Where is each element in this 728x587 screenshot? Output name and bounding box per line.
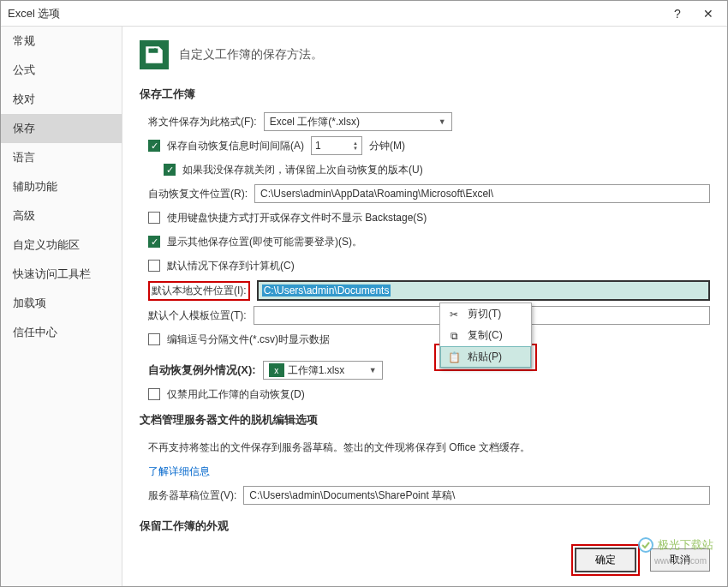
learn-more-link[interactable]: 了解详细信息 bbox=[148, 464, 210, 479]
default-loc-label: 默认本地文件位置(I): bbox=[152, 285, 247, 296]
show-other-checkbox[interactable]: ✓ bbox=[148, 236, 160, 248]
keep-last-label: 如果我没保存就关闭，请保留上次自动恢复的版本(U) bbox=[182, 163, 423, 177]
ok-button[interactable]: 确定 bbox=[575, 548, 636, 572]
sidebar: 常规 公式 校对 保存 语言 辅助功能 高级 自定义功能区 快速访问工具栏 加载… bbox=[1, 27, 122, 586]
workbook-dropdown[interactable]: x工作簿1.xlsx ▼ bbox=[263, 361, 383, 380]
sidebar-item-addins[interactable]: 加载项 bbox=[1, 289, 122, 318]
save-to-computer-label: 默认情况下保存到计算机(C) bbox=[167, 259, 295, 273]
spinner-icon[interactable]: ▲▼ bbox=[353, 141, 358, 151]
sidebar-item-advanced[interactable]: 高级 bbox=[1, 201, 122, 231]
save-format-dropdown[interactable]: Excel 工作簿(*.xlsx) ▼ bbox=[264, 112, 452, 131]
autorecover-loc-label: 自动恢复文件位置(R): bbox=[148, 187, 248, 201]
section-appearance: 保留工作簿的外观 bbox=[140, 518, 710, 534]
ctx-cut[interactable]: ✂ 剪切(T) bbox=[440, 303, 531, 325]
sidebar-item-trust-center[interactable]: 信任中心 bbox=[1, 318, 122, 347]
csv-label: 编辑逗号分隔文件(*.csv)时显示数据 bbox=[167, 332, 330, 347]
show-other-label: 显示其他保存位置(即使可能需要登录)(S)。 bbox=[167, 235, 362, 249]
watermark: 极光下载站 bbox=[637, 536, 713, 554]
context-menu: ✂ 剪切(T) ⧉ 复制(C) 📋 粘贴(P) bbox=[439, 302, 532, 368]
ctx-copy[interactable]: ⧉ 复制(C) bbox=[440, 325, 531, 346]
header-text: 自定义工作簿的保存方法。 bbox=[179, 47, 323, 63]
backstage-checkbox[interactable] bbox=[148, 212, 160, 224]
copy-icon: ⧉ bbox=[447, 329, 461, 343]
backstage-label: 使用键盘快捷方式打开或保存文件时不显示 Backstage(S) bbox=[167, 211, 427, 225]
doc-info: 不再支持将签出的文件保存到服务器草稿。签出的文件现将保存到 Office 文档缓… bbox=[148, 440, 530, 455]
sidebar-item-formulas[interactable]: 公式 bbox=[1, 56, 122, 85]
svg-point-1 bbox=[639, 538, 653, 552]
sidebar-item-general[interactable]: 常规 bbox=[1, 27, 122, 56]
save-disk-icon bbox=[140, 40, 169, 69]
keep-last-checkbox[interactable]: ✓ bbox=[164, 164, 176, 176]
default-loc-input[interactable]: C:\Users\admin\Documents bbox=[257, 280, 710, 301]
sidebar-item-language[interactable]: 语言 bbox=[1, 143, 122, 172]
clipboard-icon: 📋 bbox=[447, 350, 461, 364]
draft-loc-input[interactable]: C:\Users\admin\Documents\SharePoint 草稿\ bbox=[243, 486, 710, 505]
autosave-checkbox[interactable]: ✓ bbox=[148, 140, 160, 152]
watermark-url: www.xz7.com bbox=[654, 556, 707, 566]
chevron-down-icon: ▼ bbox=[369, 366, 377, 374]
section-save-workbook: 保存工作簿 bbox=[140, 87, 710, 102]
disable-autorecover-label: 仅禁用此工作簿的自动恢复(D) bbox=[167, 387, 305, 402]
autosave-label: 保存自动恢复信息时间间隔(A) bbox=[167, 139, 304, 153]
save-format-label: 将文件保存为此格式(F): bbox=[148, 115, 257, 129]
sidebar-item-customize-ribbon[interactable]: 自定义功能区 bbox=[1, 231, 122, 260]
autosave-interval-input[interactable]: 1 ▲▼ bbox=[311, 136, 362, 155]
save-to-computer-checkbox[interactable] bbox=[148, 260, 160, 272]
sidebar-item-save[interactable]: 保存 bbox=[1, 114, 122, 143]
disable-autorecover-checkbox[interactable] bbox=[148, 388, 160, 400]
section-exceptions: 自动恢复例外情况(X): bbox=[148, 362, 256, 378]
scissors-icon: ✂ bbox=[447, 308, 461, 321]
draft-loc-label: 服务器草稿位置(V): bbox=[148, 488, 236, 503]
template-loc-label: 默认个人模板位置(T): bbox=[148, 308, 247, 323]
chevron-down-icon: ▼ bbox=[439, 117, 446, 126]
autorecover-loc-input[interactable]: C:\Users\admin\AppData\Roaming\Microsoft… bbox=[254, 184, 710, 203]
help-button[interactable]: ? bbox=[665, 4, 689, 23]
section-doc-mgmt: 文档管理服务器文件的脱机编辑选项 bbox=[140, 412, 710, 428]
csv-checkbox[interactable] bbox=[148, 333, 160, 345]
sidebar-item-proofing[interactable]: 校对 bbox=[1, 85, 122, 114]
sidebar-item-quick-access[interactable]: 快速访问工具栏 bbox=[1, 260, 122, 289]
minutes-label: 分钟(M) bbox=[369, 139, 405, 153]
window-title: Excel 选项 bbox=[8, 6, 665, 21]
ctx-paste[interactable]: 📋 粘贴(P) bbox=[440, 346, 531, 368]
excel-file-icon: x bbox=[269, 363, 284, 377]
close-button[interactable]: ✕ bbox=[696, 4, 720, 23]
sidebar-item-accessibility[interactable]: 辅助功能 bbox=[1, 172, 122, 201]
svg-rect-0 bbox=[154, 48, 156, 51]
